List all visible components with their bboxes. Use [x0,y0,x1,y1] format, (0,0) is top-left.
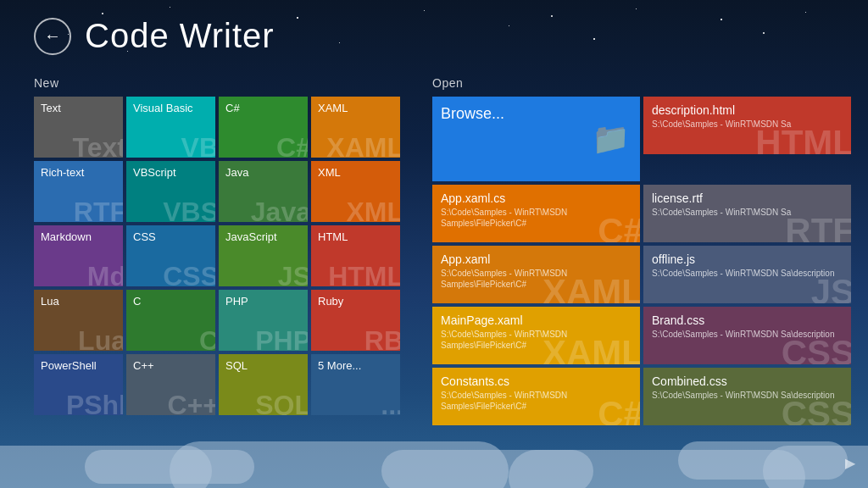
star [339,42,340,43]
open-tile-watermark: RTF [785,214,851,242]
open-tile-app-xaml-cs[interactable]: App.xaml.cs S:\Code\Samples - WinRT\MSDN… [432,185,640,242]
tile-label: Rich-text [41,166,116,180]
tile-watermark: C# [276,134,308,158]
tile-label: JavaScript [225,230,301,244]
header: ← Code Writer [34,17,275,55]
browse-folder-icon: 📁 [592,121,630,157]
open-tile-name: MainPage.xaml [441,313,632,327]
main-content: New Text Text Visual Basic VB C# C# XAML… [34,76,851,420]
tile-watermark: VBS [163,198,215,222]
new-tile-c[interactable]: C C [126,290,215,351]
new-tile-vbscript[interactable]: VBScript VBS [126,161,215,222]
open-tiles-grid: Browse... 📁 description.html S:\Code\Sam… [432,97,851,425]
new-tile-ruby[interactable]: Ruby RB [311,290,400,351]
tile-watermark: RB [364,327,400,351]
tile-watermark: C++ [168,391,215,415]
open-tile-brand-css[interactable]: Brand.css S:\Code\Samples - WinRT\MSDN S… [643,307,851,364]
tile-label: C++ [133,359,209,373]
tile-label: VBScript [133,166,209,180]
new-tile-powershell[interactable]: PowerShell PShl [34,354,123,415]
open-tile-name: Brand.css [652,313,843,327]
open-tile-constants-cs[interactable]: Constants.cs S:\Code\Samples - WinRT\MSD… [432,368,640,425]
tile-label: Markdown [41,230,116,244]
tile-watermark: VB [181,134,215,158]
open-tile-watermark: CSS [782,336,851,364]
open-tile-name: Combined.css [652,374,843,388]
new-tile-html[interactable]: HTML HTML [311,225,400,286]
tile-label: XML [318,166,393,180]
back-button[interactable]: ← [34,18,71,55]
tile-watermark: ... [381,391,400,415]
open-tile-watermark: JS [811,274,851,303]
tile-label: C# [225,102,301,115]
open-tile-path: S:\Code\Samples - WinRT\MSDN Sa [652,119,843,130]
new-tile-rich-text[interactable]: Rich-text RTF [34,161,123,222]
open-tile-name: description.html [652,103,843,117]
tile-watermark: XML [346,198,400,222]
new-tile-markdown[interactable]: Markdown Md [34,225,123,286]
tile-label: HTML [318,230,393,244]
app-title: Code Writer [85,17,275,55]
open-tile-path: S:\Code\Samples - WinRT\MSDN Samples\Fil… [441,207,632,229]
new-tile-javascript[interactable]: JavaScript JS [219,225,308,286]
tile-label: CSS [133,230,209,244]
tile-watermark: JS [278,263,308,286]
open-tile-combined-css[interactable]: Combined.css S:\Code\Samples - WinRT\MSD… [643,368,851,425]
open-tile-path: S:\Code\Samples - WinRT\MSDN Samples\Fil… [441,329,632,351]
tile-watermark: Lua [78,327,123,351]
open-tile-description-html[interactable]: description.html S:\Code\Samples - WinRT… [643,97,851,154]
open-tile-path: S:\Code\Samples - WinRT\MSDN Samples\Fil… [441,268,632,290]
tile-label: Text [41,102,116,115]
new-tile-5-more---[interactable]: 5 More... ... [311,354,400,415]
star [509,25,509,26]
open-tile-watermark: HTML [755,125,851,154]
tile-watermark: CSS [163,263,215,286]
new-tile-xml[interactable]: XML XML [311,161,400,222]
tile-label: 5 More... [318,359,393,373]
new-tile-xaml[interactable]: XAML XAML [311,97,400,158]
browse-label: Browse... [441,105,504,123]
open-tile-license-rtf[interactable]: license.rtf S:\Code\Samples - WinRT\MSDN… [643,185,851,242]
star [763,32,765,34]
open-tile-path: S:\Code\Samples - WinRT\MSDN Sa\descript… [652,268,843,279]
star [102,13,103,14]
open-tile-offline-js[interactable]: offline.js S:\Code\Samples - WinRT\MSDN … [643,246,851,303]
new-tile-css[interactable]: CSS CSS [126,225,215,286]
tile-watermark: Java [251,198,308,222]
tile-label: Ruby [318,295,393,308]
star [551,15,553,17]
open-tile-name: offline.js [652,252,843,266]
tile-watermark: RTF [74,198,123,222]
new-tile-lua[interactable]: Lua Lua [34,290,123,351]
new-tile-c--[interactable]: C++ C++ [126,354,215,415]
star [805,12,806,13]
tile-label: Java [225,166,301,180]
open-tile-path: S:\Code\Samples - WinRT\MSDN Sa [652,207,843,218]
new-tile-c-[interactable]: C# C# [219,97,308,158]
open-section: Open Browse... 📁 description.html S:\Cod… [432,76,851,420]
tile-watermark: PShl [66,391,123,415]
open-tile-app-xaml[interactable]: App.xaml S:\Code\Samples - WinRT\MSDN Sa… [432,246,640,303]
star [170,7,170,8]
new-tile-text[interactable]: Text Text [34,97,123,158]
browse-tile[interactable]: Browse... 📁 [432,97,640,181]
new-tile-php[interactable]: PHP PHP [219,290,308,351]
open-tile-name: App.xaml [441,252,632,266]
tile-watermark: Text [73,134,123,158]
open-tile-path: S:\Code\Samples - WinRT\MSDN Sa\descript… [652,390,843,401]
open-tile-mainpage-xaml[interactable]: MainPage.xaml S:\Code\Samples - WinRT\MS… [432,307,640,364]
new-tile-java[interactable]: Java Java [219,161,308,222]
scroll-right-button[interactable]: ▶ [845,455,855,471]
star [297,17,298,19]
new-tile-sql[interactable]: SQL SQL [219,354,308,415]
new-section-label: New [34,76,398,90]
tile-label: SQL [225,359,301,373]
tile-watermark: HTML [328,263,400,286]
open-tile-path: S:\Code\Samples - WinRT\MSDN Samples\Fil… [441,390,632,412]
new-tiles-grid: Text Text Visual Basic VB C# C# XAML XAM… [34,97,398,415]
tile-label: PHP [225,295,301,308]
tile-label: PowerShell [41,359,116,373]
open-tile-path: S:\Code\Samples - WinRT\MSDN Sa\descript… [652,329,843,340]
new-tile-visual-basic[interactable]: Visual Basic VB [126,97,215,158]
open-tile-watermark: CSS [782,396,851,425]
